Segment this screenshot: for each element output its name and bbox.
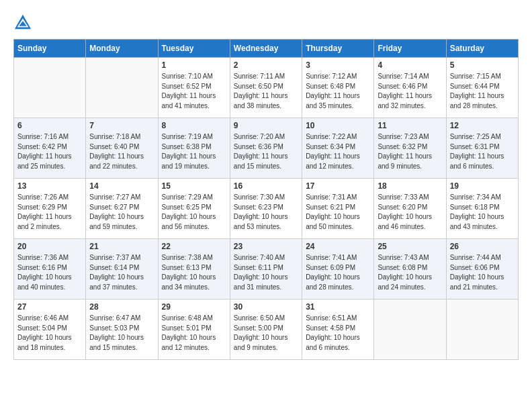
day-number: 5 (450, 60, 515, 70)
calendar-day-cell: 9Sunrise: 7:20 AMSunset: 6:36 PMDaylight… (230, 118, 302, 179)
day-info: Sunrise: 7:18 AMSunset: 6:40 PMDaylight:… (89, 132, 154, 171)
day-number: 25 (378, 242, 442, 251)
day-info: Sunrise: 7:27 AMSunset: 6:27 PMDaylight:… (89, 193, 154, 232)
day-info: Sunrise: 7:20 AMSunset: 6:36 PMDaylight:… (234, 132, 298, 171)
weekday-header: Wednesday (230, 40, 302, 58)
calendar-day-cell: 29Sunrise: 6:48 AMSunset: 5:01 PMDayligh… (158, 300, 230, 360)
calendar-day-cell: 25Sunrise: 7:43 AMSunset: 6:08 PMDayligh… (374, 239, 446, 300)
calendar-day-cell: 3Sunrise: 7:12 AMSunset: 6:48 PMDaylight… (302, 58, 374, 118)
day-number: 23 (234, 242, 298, 251)
calendar-day-cell: 14Sunrise: 7:27 AMSunset: 6:27 PMDayligh… (86, 179, 158, 239)
calendar-day-cell: 17Sunrise: 7:31 AMSunset: 6:21 PMDayligh… (302, 179, 374, 239)
calendar-day-cell: 30Sunrise: 6:50 AMSunset: 5:00 PMDayligh… (230, 300, 302, 360)
calendar-day-cell: 27Sunrise: 6:46 AMSunset: 5:04 PMDayligh… (14, 300, 86, 360)
calendar-day-cell: 23Sunrise: 7:40 AMSunset: 6:11 PMDayligh… (230, 239, 302, 300)
calendar-day-cell: 20Sunrise: 7:36 AMSunset: 6:16 PMDayligh… (14, 239, 86, 300)
calendar-day-cell: 28Sunrise: 6:47 AMSunset: 5:03 PMDayligh… (86, 300, 158, 360)
calendar-day-cell: 26Sunrise: 7:44 AMSunset: 6:06 PMDayligh… (446, 239, 518, 300)
day-number: 24 (306, 242, 370, 251)
weekday-header: Friday (374, 40, 446, 58)
day-info: Sunrise: 6:46 AMSunset: 5:04 PMDaylight:… (17, 314, 82, 353)
logo (13, 13, 35, 32)
calendar-header-row: SundayMondayTuesdayWednesdayThursdayFrid… (14, 40, 519, 58)
day-info: Sunrise: 7:44 AMSunset: 6:06 PMDaylight:… (450, 253, 515, 292)
day-info: Sunrise: 6:51 AMSunset: 4:58 PMDaylight:… (306, 314, 370, 353)
day-number: 9 (234, 121, 298, 130)
calendar-day-cell: 6Sunrise: 7:16 AMSunset: 6:42 PMDaylight… (14, 118, 86, 179)
calendar-day-cell: 5Sunrise: 7:15 AMSunset: 6:44 PMDaylight… (446, 58, 518, 118)
day-number: 28 (89, 302, 154, 312)
day-number: 21 (89, 242, 154, 251)
day-info: Sunrise: 7:19 AMSunset: 6:38 PMDaylight:… (162, 132, 226, 171)
day-number: 12 (450, 121, 515, 130)
weekday-header: Thursday (302, 40, 374, 58)
calendar-week-row: 27Sunrise: 6:46 AMSunset: 5:04 PMDayligh… (14, 300, 519, 360)
day-number: 26 (450, 242, 515, 251)
calendar-day-cell: 2Sunrise: 7:11 AMSunset: 6:50 PMDaylight… (230, 58, 302, 118)
calendar-day-cell: 10Sunrise: 7:22 AMSunset: 6:34 PMDayligh… (302, 118, 374, 179)
calendar-day-cell: 1Sunrise: 7:10 AMSunset: 6:52 PMDaylight… (158, 58, 230, 118)
calendar-day-cell: 12Sunrise: 7:25 AMSunset: 6:31 PMDayligh… (446, 118, 518, 179)
day-number: 6 (17, 121, 82, 130)
day-info: Sunrise: 7:25 AMSunset: 6:31 PMDaylight:… (450, 132, 515, 171)
day-info: Sunrise: 7:36 AMSunset: 6:16 PMDaylight:… (17, 253, 82, 292)
weekday-header: Tuesday (158, 40, 230, 58)
day-number: 7 (89, 121, 154, 130)
day-info: Sunrise: 7:31 AMSunset: 6:21 PMDaylight:… (306, 193, 370, 232)
page-header (13, 13, 519, 32)
day-number: 1 (162, 60, 226, 70)
weekday-header: Monday (86, 40, 158, 58)
logo-icon (13, 13, 32, 32)
day-number: 22 (162, 242, 226, 251)
day-number: 2 (234, 60, 298, 70)
calendar-day-cell: 21Sunrise: 7:37 AMSunset: 6:14 PMDayligh… (86, 239, 158, 300)
day-info: Sunrise: 7:29 AMSunset: 6:25 PMDaylight:… (162, 193, 226, 232)
calendar-day-cell: 31Sunrise: 6:51 AMSunset: 4:58 PMDayligh… (302, 300, 374, 360)
day-info: Sunrise: 6:47 AMSunset: 5:03 PMDaylight:… (89, 314, 154, 353)
day-info: Sunrise: 6:48 AMSunset: 5:01 PMDaylight:… (162, 314, 226, 353)
day-info: Sunrise: 7:34 AMSunset: 6:18 PMDaylight:… (450, 193, 515, 232)
day-number: 3 (306, 60, 370, 70)
day-info: Sunrise: 7:43 AMSunset: 6:08 PMDaylight:… (378, 253, 442, 292)
day-number: 27 (17, 302, 82, 312)
day-number: 10 (306, 121, 370, 130)
day-info: Sunrise: 7:15 AMSunset: 6:44 PMDaylight:… (450, 72, 515, 111)
calendar-table: SundayMondayTuesdayWednesdayThursdayFrid… (13, 39, 519, 360)
day-number: 20 (17, 242, 82, 251)
day-number: 11 (378, 121, 442, 130)
day-number: 18 (378, 181, 442, 191)
day-number: 17 (306, 181, 370, 191)
day-info: Sunrise: 7:22 AMSunset: 6:34 PMDaylight:… (306, 132, 370, 171)
calendar-day-cell: 16Sunrise: 7:30 AMSunset: 6:23 PMDayligh… (230, 179, 302, 239)
calendar-week-row: 13Sunrise: 7:26 AMSunset: 6:29 PMDayligh… (14, 179, 519, 239)
day-info: Sunrise: 7:14 AMSunset: 6:46 PMDaylight:… (378, 72, 442, 111)
day-info: Sunrise: 7:12 AMSunset: 6:48 PMDaylight:… (306, 72, 370, 111)
day-info: Sunrise: 7:10 AMSunset: 6:52 PMDaylight:… (162, 72, 226, 111)
day-info: Sunrise: 7:40 AMSunset: 6:11 PMDaylight:… (234, 253, 298, 292)
day-number: 13 (17, 181, 82, 191)
day-info: Sunrise: 7:41 AMSunset: 6:09 PMDaylight:… (306, 253, 370, 292)
day-number: 15 (162, 181, 226, 191)
calendar-day-cell (14, 58, 86, 118)
day-number: 29 (162, 302, 226, 312)
calendar-day-cell (86, 58, 158, 118)
weekday-header: Sunday (14, 40, 86, 58)
calendar-day-cell: 22Sunrise: 7:38 AMSunset: 6:13 PMDayligh… (158, 239, 230, 300)
weekday-header: Saturday (446, 40, 518, 58)
day-info: Sunrise: 7:23 AMSunset: 6:32 PMDaylight:… (378, 132, 442, 171)
calendar-day-cell: 4Sunrise: 7:14 AMSunset: 6:46 PMDaylight… (374, 58, 446, 118)
day-info: Sunrise: 7:16 AMSunset: 6:42 PMDaylight:… (17, 132, 82, 171)
day-number: 4 (378, 60, 442, 70)
calendar-day-cell (374, 300, 446, 360)
day-number: 30 (234, 302, 298, 312)
calendar-day-cell (446, 300, 518, 360)
day-info: Sunrise: 7:26 AMSunset: 6:29 PMDaylight:… (17, 193, 82, 232)
calendar-day-cell: 7Sunrise: 7:18 AMSunset: 6:40 PMDaylight… (86, 118, 158, 179)
day-info: Sunrise: 7:37 AMSunset: 6:14 PMDaylight:… (89, 253, 154, 292)
calendar-day-cell: 15Sunrise: 7:29 AMSunset: 6:25 PMDayligh… (158, 179, 230, 239)
day-number: 19 (450, 181, 515, 191)
calendar-week-row: 1Sunrise: 7:10 AMSunset: 6:52 PMDaylight… (14, 58, 519, 118)
calendar-day-cell: 24Sunrise: 7:41 AMSunset: 6:09 PMDayligh… (302, 239, 374, 300)
calendar-week-row: 6Sunrise: 7:16 AMSunset: 6:42 PMDaylight… (14, 118, 519, 179)
day-info: Sunrise: 6:50 AMSunset: 5:00 PMDaylight:… (234, 314, 298, 353)
